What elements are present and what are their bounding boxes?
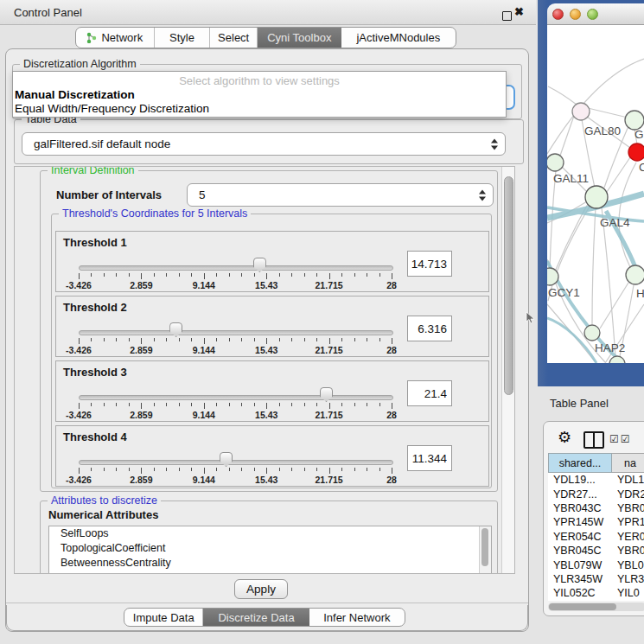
network-window-titlebar [547,3,644,25]
slider-track[interactable] [79,395,393,400]
tab-style[interactable]: Style [155,28,211,48]
network-node-selected[interactable] [628,143,644,161]
algorithm-dropdown-popup: Select algorithm to view settings Manual… [12,71,507,118]
node-label: H [636,287,644,300]
option-manual-discretization[interactable]: Manual Discretization [15,88,135,101]
network-canvas[interactable]: GAL80 G GAL11 GAL4 GCY1 C H HAP2 [547,25,644,363]
table-row[interactable]: YBR045CYBR0 [548,544,644,558]
gear-icon[interactable]: ⚙ [558,429,571,446]
mouse-cursor [526,311,537,325]
threshold-label: Threshold 2 [63,301,127,314]
vertical-scrollbar[interactable] [501,167,515,574]
threshold-value-field[interactable] [407,251,452,277]
group-title: Threshold's Coordinates for 5 Intervals [59,207,251,220]
thresholds-group: Threshold's Coordinates for 5 Intervals … [51,214,492,488]
option-equal-width-frequency[interactable]: Equal Width/Frequency Discretization [15,102,209,115]
table-cell: YIL0 [612,587,640,599]
tab-discretize-data[interactable]: Discretize Data [203,609,309,626]
slider-ticks [79,403,392,409]
threshold-label: Threshold 1 [63,236,127,249]
tab-select[interactable]: Select [210,28,258,48]
scrollbar-thumb[interactable] [504,176,513,395]
slider-track[interactable] [79,265,393,271]
network-icon [86,32,97,43]
table-cell: YBR0 [612,502,644,514]
close-traffic-light[interactable] [552,9,564,20]
threshold-label: Threshold 3 [63,366,127,379]
table-cell: YER0 [612,531,644,543]
scrollbar-thumb[interactable] [481,528,488,566]
horizontal-scrollbar[interactable] [548,603,644,611]
table-row[interactable]: YPR145WYPR1 [548,515,644,529]
split-view-icon[interactable] [583,431,604,449]
threshold-label: Threshold 4 [63,430,127,443]
threshold-value-field[interactable] [407,316,452,341]
scrollbar-thumb[interactable] [549,603,616,610]
tab-impute-data[interactable]: Impute Data [124,609,203,626]
list-item[interactable]: BetweennessCentrality [49,556,491,571]
table-row[interactable]: YLR345WYLR3 [548,572,644,586]
table-data-combobox[interactable]: galFiltered.sif default node [22,132,506,156]
table-row[interactable]: YDL19...YDL1 [548,473,644,487]
table-cell: YLR3 [612,573,644,585]
node-label: GCY1 [548,286,580,299]
column-header-shared-name[interactable]: shared... [548,453,612,473]
network-node[interactable] [609,356,625,363]
table-cell: YDR27... [548,488,612,501]
tab-jactivemnodules[interactable]: jActiveMNodules [341,28,456,48]
number-of-intervals-label: Number of Intervals [56,188,162,201]
panel-divider [6,603,528,603]
screen: Control Panel ✖ Network Style Select Cyn… [0,0,644,644]
network-node[interactable] [547,154,564,171]
slider-ticks [79,338,392,344]
table-row[interactable]: YBR043CYBR0 [548,501,644,515]
group-title: Discretization Algorithm [20,58,140,71]
network-node[interactable] [585,186,608,208]
slider-tick-labels: -3.4262.8599.14415.4321.71528 [79,410,392,420]
apply-button[interactable]: Apply [234,579,288,599]
table-cell: YBL079W [548,559,612,571]
network-node[interactable] [626,265,644,284]
node-label: C [639,161,644,174]
threshold-4-panel: Threshold 4 -3.4262.8599.14415.4321.7152… [55,425,489,487]
network-node[interactable] [572,103,590,120]
list-scrollbar[interactable] [479,526,491,574]
table-cell: YER054C [548,531,612,543]
table-cell: YDR2 [612,488,644,501]
slider-track[interactable] [79,460,393,465]
column-header-name[interactable]: na [612,453,644,473]
group-title: Attributes to discretize [48,494,161,507]
zoom-traffic-light[interactable] [587,9,598,20]
slider-tick-labels: -3.4262.8599.14415.4321.71528 [79,280,392,290]
table-row[interactable]: YIL052CYIL0 [548,586,644,600]
table-row[interactable]: YBL079WYBL0 [548,558,644,571]
table-header-row: shared... na [548,453,644,473]
minimize-traffic-light[interactable] [570,9,581,20]
float-window-icon[interactable] [502,11,512,21]
node-label: HAP2 [595,341,625,354]
list-item[interactable]: SelfLoops [49,526,491,541]
stepper-icon [479,189,487,201]
slider-track[interactable] [79,330,393,335]
tab-network[interactable]: Network [76,28,155,48]
number-of-intervals-combobox[interactable]: 5 [187,183,494,207]
table-cell: YLR345W [548,573,612,585]
table-row[interactable]: YER054CYER0 [548,530,644,544]
threshold-value-field[interactable] [407,380,452,406]
threshold-2-panel: Threshold 2 -3.4262.8599.14415.4321.7152… [55,296,489,357]
table-cell: YDL1 [612,474,644,486]
network-node[interactable] [584,325,600,341]
popup-hint: Select algorithm to view settings [13,74,506,87]
checkbox-columns-icon[interactable]: ☑☑ [609,433,632,445]
tab-infer-network[interactable]: Infer Network [309,609,405,626]
network-node[interactable] [625,111,644,130]
list-item[interactable]: TopologicalCoefficient [49,541,491,556]
tab-cyni-toolbox[interactable]: Cyni Toolbox [258,28,341,48]
threshold-value-field[interactable] [407,445,452,471]
table-panel-card: ⚙ ☑☑ shared... na YDL19...YDL1YDR27...YD… [543,421,644,616]
table-row[interactable]: YDR27...YDR2 [548,487,644,501]
table-cell: YBR0 [612,545,644,557]
group-title: Interval Definition [48,166,138,177]
numerical-attributes-list: SelfLoopsTopologicalCoefficientBetweenne… [48,526,492,574]
close-icon[interactable]: ✖ [514,5,524,18]
